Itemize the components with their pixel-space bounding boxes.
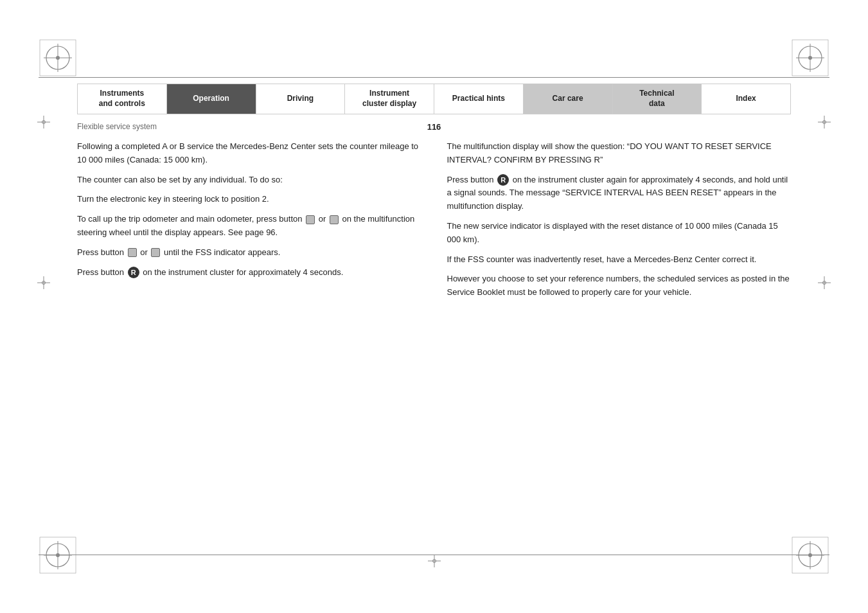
nav-item-operation[interactable]: Operation [167,84,256,114]
nav-item-practical-hints[interactable]: Practical hints [434,84,524,114]
svg-point-13 [56,553,60,557]
nav-item-driving[interactable]: Driving [256,84,346,114]
nav-item-instruments[interactable]: Instruments and controls [78,84,167,114]
section-header: Flexible service system 116 [77,122,791,131]
hline-top [39,77,829,78]
button-icon-4 [151,248,160,257]
navigation-bar: Instruments and controls Operation Drivi… [77,84,791,114]
nav-item-car-care[interactable]: Car care [524,84,613,114]
corner-decoration-tr [791,39,829,77]
corner-decoration-br [791,536,829,574]
left-para-1: Following a completed A or B service the… [77,140,421,167]
left-para-5: Press button or until the FSS indicator … [77,246,421,260]
crosshair-right-top [818,116,831,129]
r-button-left: R [128,267,139,278]
left-para-2: The counter can also be set by any indiv… [77,173,421,187]
left-para-4: To call up the trip odometer and main od… [77,213,421,240]
crosshair-left-mid [37,276,50,289]
crosshair-left-top [37,116,50,129]
left-para-6: Press button R on the instrument cluster… [77,266,421,280]
svg-point-3 [56,56,60,60]
right-column: The multifunction display will show the … [447,140,792,306]
right-para-4: If the FSS counter was inadvertently res… [447,253,792,267]
left-column: Following a completed A or B service the… [77,140,421,306]
button-icon-3 [128,248,137,257]
nav-item-instrument-cluster[interactable]: Instrument cluster display [345,84,434,114]
r-button-right-1: R [497,174,509,186]
page-content: Flexible service system 116 Following a … [77,122,791,549]
right-para-2: Press button R on the instrument cluster… [447,173,792,213]
svg-point-8 [808,56,812,60]
right-para-1: The multifunction display will show the … [447,140,792,167]
nav-item-technical-data[interactable]: Technical data [613,84,702,114]
crosshair-right-mid [818,276,831,289]
section-title: Flexible service system [77,122,157,131]
crosshair-bottom-center [428,555,441,569]
content-columns: Following a completed A or B service the… [77,140,791,306]
hline-bottom [39,555,829,555]
page-number: 116 [427,122,441,132]
button-icon-2 [330,215,339,224]
svg-point-18 [808,553,812,557]
left-para-3: Turn the electronic key in steering lock… [77,193,421,206]
right-para-5: However you choose to set your reference… [447,272,792,299]
button-icon-1 [306,215,315,224]
nav-item-index[interactable]: Index [702,84,790,114]
corner-decoration-bl [39,536,77,574]
right-para-3: The new service indicator is displayed w… [447,220,792,247]
corner-decoration-tl [39,39,77,77]
